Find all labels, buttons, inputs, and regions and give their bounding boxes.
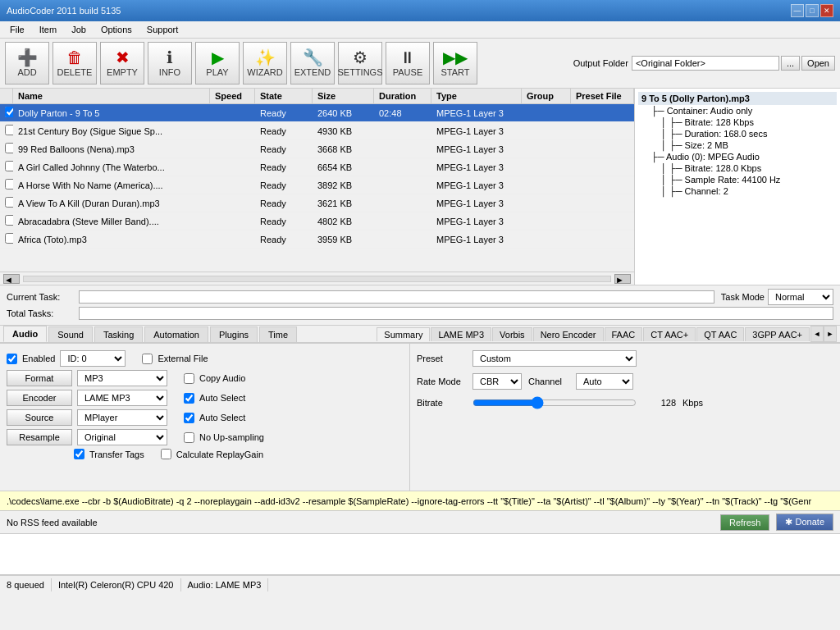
table-row[interactable]: 21st Century Boy (Sigue Sigue Sp... Read… [0,122,634,140]
tab-qtaac[interactable]: QT AAC [696,327,744,341]
auto-select-label2: Auto Select [199,413,245,422]
extend-button[interactable]: 🔧 EXTEND [290,42,335,84]
empty-button[interactable]: ✖ EMPTY [100,42,144,84]
table-row[interactable]: A Girl Called Johnny (The Waterbo... Rea… [0,158,634,176]
tab-nav-next[interactable]: ► [824,326,837,342]
table-row[interactable]: A View To A Kill (Duran Duran).mp3 Ready… [0,194,634,212]
row-check[interactable] [0,195,13,211]
row-check[interactable] [0,231,13,247]
maximize-button[interactable]: □ [806,4,819,17]
tab-nav-prev[interactable]: ◄ [810,326,824,342]
copy-audio-checkbox[interactable] [184,373,194,384]
row-preset [571,220,634,223]
refresh-button[interactable]: Refresh [720,514,770,531]
auto-select-checkbox2[interactable] [184,413,194,423]
audio-left: Enabled ID: 0 External File Format MP3 A… [0,344,410,491]
row-check[interactable] [0,123,13,139]
no-upsampling-checkbox[interactable] [184,432,194,443]
task-mode-select[interactable]: Normal Batch Queue [768,289,833,305]
pause-button[interactable]: ⏸ PAUSE [386,42,430,84]
col-preset[interactable]: Preset File [571,89,634,103]
external-file-checkbox[interactable] [142,354,153,364]
scroll-track[interactable] [23,276,611,282]
col-size[interactable]: Size [313,89,374,103]
close-button[interactable]: ✕ [820,4,833,17]
tab-sound[interactable]: Sound [48,326,93,342]
tab-lame[interactable]: LAME MP3 [431,327,491,341]
tab-ctaac[interactable]: CT AAC+ [643,327,696,341]
col-speed[interactable]: Speed [210,89,255,103]
menu-file[interactable]: File [3,23,31,36]
tab-vorbis[interactable]: Vorbis [492,327,532,341]
wizard-button[interactable]: ✨ WIZARD [243,42,287,84]
source-button[interactable]: Source [7,409,72,426]
menu-support[interactable]: Support [140,23,185,36]
scroll-right[interactable]: ► [614,274,631,284]
table-row[interactable]: Africa (Toto).mp3 Ready 3959 KB MPEG-1 L… [0,231,634,249]
menu-options[interactable]: Options [94,23,139,36]
col-type[interactable]: Type [431,89,522,103]
col-name[interactable]: Name [13,89,210,103]
table-row[interactable]: A Horse With No Name (America).... Ready… [0,176,634,194]
info-button[interactable]: ℹ INFO [148,42,192,84]
no-upsampling-label: No Up-sampling [199,432,264,442]
table-row[interactable]: Abracadabra (Steve Miller Band).... Read… [0,212,634,231]
row-check[interactable] [0,213,13,229]
row-size: 4930 KB [313,125,374,138]
open-button[interactable]: Open [801,56,835,71]
col-state[interactable]: State [255,89,313,103]
bitrate-slider[interactable] [472,396,637,409]
encoder-button[interactable]: Encoder [7,390,72,406]
tab-audio[interactable]: Audio [3,326,47,342]
row-state: Ready [255,179,313,192]
preset-select[interactable]: Custom Standard Extreme [472,350,637,367]
encoder-select[interactable]: LAME MP3 [77,390,167,406]
id-select[interactable]: ID: 0 [60,350,126,367]
settings-button[interactable]: ⚙ SETTINGS [338,42,382,84]
tab-nero[interactable]: Nero Encoder [533,327,604,341]
format-select[interactable]: MP3 AAC OGG [77,370,167,386]
play-button[interactable]: ▶ PLAY [195,42,240,84]
col-group[interactable]: Group [522,89,571,103]
source-select[interactable]: MPlayer [77,409,167,426]
delete-button[interactable]: 🗑 DELETE [52,42,97,84]
donate-button[interactable]: ✱ Donate [776,514,833,531]
resample-select[interactable]: Original [77,429,167,445]
scroll-left[interactable]: ◄ [3,274,20,284]
tab-automation[interactable]: Automation [144,326,208,342]
resample-button[interactable]: Resample [7,429,72,445]
row-check[interactable] [0,159,13,175]
calc-replaygain-checkbox[interactable] [161,449,171,459]
settings-icon: ⚙ [353,49,368,66]
tab-tasking[interactable]: Tasking [94,326,143,342]
start-button[interactable]: ▶▶ START [433,42,477,84]
transfer-tags-checkbox[interactable] [74,449,84,459]
tab-faac[interactable]: FAAC [605,327,643,341]
tab-3gpp[interactable]: 3GPP AAC+ [745,327,810,341]
col-duration[interactable]: Duration [374,89,431,103]
browse-button[interactable]: ... [781,56,800,71]
format-button[interactable]: Format [7,370,72,386]
row-check[interactable] [0,105,13,121]
row-check[interactable] [0,141,13,157]
table-row[interactable]: 99 Red Balloons (Nena).mp3 Ready 3668 KB… [0,140,634,158]
table-row[interactable]: Dolly Parton - 9 To 5 Ready 2640 KB 02:4… [0,104,634,122]
auto-select-checkbox1[interactable] [184,393,194,404]
auto-select-label1: Auto Select [199,393,245,403]
row-type: MPEG-1 Layer 3 [431,197,522,210]
channel-select[interactable]: Auto Stereo Mono Joint Stereo [576,373,633,390]
filelist-scrollbar[interactable]: ◄ ► [0,272,634,285]
menu-item[interactable]: Item [33,23,63,36]
tab-time[interactable]: Time [259,326,297,342]
menu-job[interactable]: Job [65,23,93,36]
minimize-button[interactable]: — [791,4,804,17]
output-folder-input[interactable] [632,56,779,71]
tab-plugins[interactable]: Plugins [210,326,258,342]
tab-summary[interactable]: Summary [377,327,430,341]
row-check[interactable] [0,177,13,193]
row-name: A View To A Kill (Duran Duran).mp3 [13,197,210,210]
add-button[interactable]: ➕ ADD [5,42,49,84]
rate-mode-select[interactable]: CBR VBR ABR [472,373,522,390]
row-type: MPEG-1 Layer 3 [431,125,522,138]
enabled-checkbox[interactable] [7,354,17,364]
